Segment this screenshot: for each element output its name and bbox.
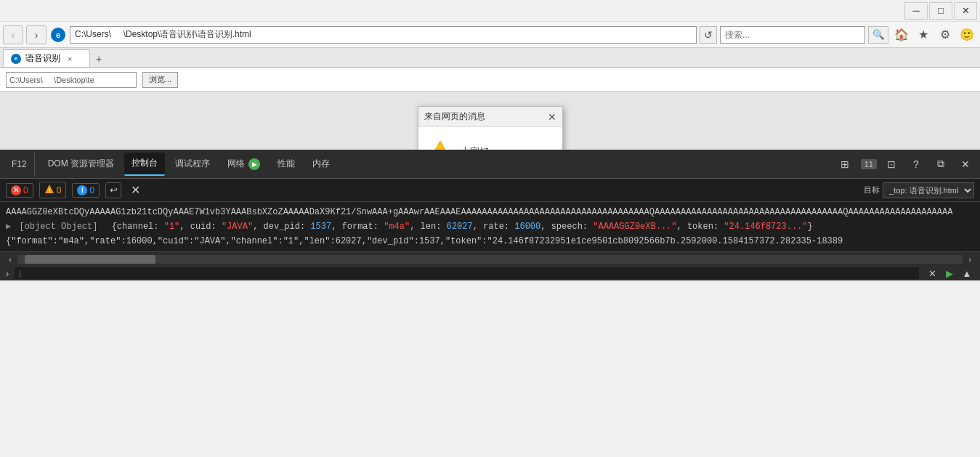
bottom-right-icons: ✕ ▶ ▲ [925, 267, 974, 280]
scroll-right-button[interactable]: › [963, 252, 977, 267]
warning-count: 0 [57, 185, 62, 195]
file-path-bar: 浏览... [0, 68, 980, 92]
devtools-console-bar: ✕ 0 ! 0 i 0 ↩ ✕ 目标 _top: 语音识别.html [0, 179, 980, 202]
address-bar: ‹ › e ↺ 🔍 🏠 ★ ⚙ 🙂 [0, 22, 980, 48]
devtools-target-area: 目标 _top: 语音识别.html [864, 182, 974, 198]
console-prompt: › [6, 268, 9, 279]
new-tab-button[interactable]: + [90, 51, 108, 67]
horizontal-scrollbar[interactable] [17, 255, 963, 264]
modal-dialog: 来自网页的消息 ✕ ! 大家好。 确定 [418, 106, 563, 150]
home-button[interactable]: 🏠 [891, 25, 912, 44]
console-output: AAAAGGZ0eXBtcDQyAAAAAG1zb21tcDQyAAAE7W1v… [0, 202, 980, 251]
error-count: 0 [23, 185, 28, 195]
scrollbar-thumb[interactable] [25, 255, 155, 264]
tab-bar: e 语音识别 × + [0, 48, 980, 68]
devtools-tab-dom[interactable]: DOM 资源管理器 [41, 153, 121, 176]
maximize-button[interactable]: □ [929, 2, 952, 20]
modal-message: 大家好。 [461, 145, 498, 150]
browse-button[interactable]: 浏览... [142, 72, 178, 88]
devtools-panel-button[interactable]: ⊞ [835, 154, 855, 174]
active-tab[interactable]: e 语音识别 × [3, 49, 90, 67]
devtools-tab-debugger[interactable]: 调试程序 [168, 153, 217, 176]
browser-icon: e [51, 28, 65, 42]
expand-arrow[interactable]: ▶ [6, 222, 11, 232]
file-path-input[interactable] [6, 72, 137, 88]
close-window-button[interactable]: ✕ [954, 2, 977, 20]
info-count: 0 [89, 185, 94, 195]
scroll-left-button[interactable]: ‹ [3, 252, 17, 267]
devtools-panel-count: 11 [861, 159, 877, 169]
console-line-1: AAAAGGZ0eXBtcDQyAAAAAG1zb21tcDQyAAAE7W1v… [6, 205, 974, 219]
modal-title: 来自网页的消息 [424, 110, 485, 123]
devtools-f12-tab[interactable]: F12 [4, 153, 35, 176]
modal-close-button[interactable]: ✕ [548, 111, 556, 123]
bottom-bar: › ✕ ▶ ▲ [0, 266, 980, 280]
forward-button[interactable]: › [26, 25, 46, 44]
devtools-tab-console[interactable]: 控制台 [124, 153, 165, 176]
console-line-3: {"format":"m4a","rate":16000,"cuid":"JAV… [6, 234, 974, 248]
title-bar-buttons: ─ □ ✕ [904, 2, 977, 20]
settings-button[interactable]: ⚙ [935, 25, 955, 44]
console-error-badge[interactable]: ✕ 0 [6, 183, 33, 198]
favorites-button[interactable]: ★ [913, 25, 934, 44]
bottom-up-button[interactable]: ▲ [960, 267, 974, 280]
toolbar-icons: 🏠 ★ ⚙ 🙂 [891, 25, 977, 44]
main-content: 来自网页的消息 ✕ ! 大家好。 确定 [0, 92, 980, 150]
address-input[interactable] [70, 26, 697, 44]
minimize-button[interactable]: ─ [904, 2, 928, 20]
modal-title-bar: 来自网页的消息 ✕ [418, 107, 562, 127]
error-icon: ✕ [11, 185, 21, 195]
devtools-detach-button[interactable]: ⧉ [931, 154, 951, 174]
console-warning-badge[interactable]: ! 0 [39, 182, 67, 198]
tab-favicon: e [11, 54, 21, 64]
tab-label: 语音识别 [25, 52, 60, 65]
network-play-badge: ▶ [248, 158, 260, 170]
back-button[interactable]: ‹ [3, 25, 23, 44]
svg-text:!: ! [438, 149, 442, 150]
console-input[interactable] [15, 267, 919, 279]
console-line-2: ▶ [object Object] {channel: "1", cuid: "… [6, 219, 974, 234]
smiley-button[interactable]: 🙂 [957, 25, 977, 44]
console-undo-button[interactable]: ↩ [105, 182, 121, 198]
devtools-tab-network[interactable]: 网络 ▶ [220, 153, 267, 176]
target-label: 目标 [864, 185, 880, 195]
modal-overlay: 来自网页的消息 ✕ ! 大家好。 确定 [0, 92, 980, 150]
devtools-toolbar: F12 DOM 资源管理器 控制台 调试程序 网络 ▶ 性能 内存 ⊞ 11 ⊡… [0, 150, 980, 179]
target-select[interactable]: _top: 语音识别.html [883, 182, 974, 198]
bottom-close-button[interactable]: ✕ [925, 267, 939, 280]
object-label: [object Object] [19, 222, 97, 232]
svg-text:!: ! [48, 187, 50, 194]
devtools-tab-memory[interactable]: 内存 [305, 153, 337, 176]
title-bar: ─ □ ✕ [0, 0, 980, 22]
tab-close-button[interactable]: × [68, 54, 72, 63]
console-info-badge[interactable]: i 0 [72, 183, 100, 198]
search-input[interactable] [720, 26, 865, 44]
devtools-help-button[interactable]: ? [906, 154, 926, 174]
bottom-play-button[interactable]: ▶ [942, 267, 957, 280]
devtools-right-icons: ⊞ 11 ⊡ ? ⧉ ✕ [835, 154, 976, 174]
devtools-tab-performance[interactable]: 性能 [270, 153, 302, 176]
info-icon: i [77, 185, 87, 195]
modal-body: ! 大家好。 [418, 127, 562, 150]
warning-icon: ! [427, 139, 453, 150]
devtools-expand-button[interactable]: ⊡ [881, 154, 902, 174]
search-button[interactable]: 🔍 [868, 26, 888, 44]
refresh-button[interactable]: ↺ [700, 26, 717, 44]
horizontal-scrollbar-row: ‹ › [0, 251, 980, 266]
console-clear-button[interactable]: ✕ [127, 182, 143, 198]
devtools-close-button[interactable]: ✕ [955, 154, 976, 174]
warning-icon: ! [44, 184, 54, 196]
